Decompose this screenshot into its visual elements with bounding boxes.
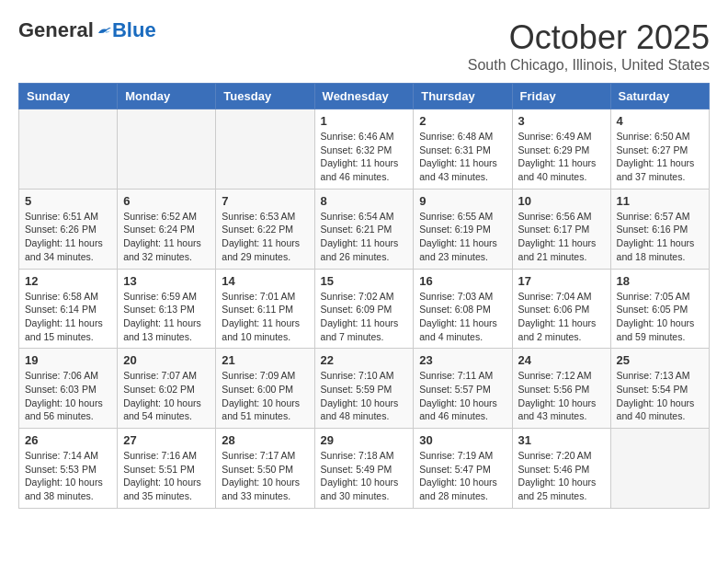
calendar-cell: 21Sunrise: 7:09 AM Sunset: 6:00 PM Dayli… (216, 349, 314, 429)
day-info: Sunrise: 7:02 AM Sunset: 6:09 PM Dayligh… (321, 290, 408, 344)
calendar-day-header: Thursday (414, 84, 512, 109)
day-number: 30 (419, 433, 506, 447)
day-number: 13 (123, 274, 210, 288)
calendar-cell (216, 109, 314, 190)
calendar-cell: 1Sunrise: 6:46 AM Sunset: 6:32 PM Daylig… (314, 109, 414, 190)
day-info: Sunrise: 7:06 AM Sunset: 6:03 PM Dayligh… (25, 369, 111, 423)
calendar-cell (610, 429, 709, 509)
day-number: 16 (419, 274, 506, 288)
calendar-day-header: Friday (512, 84, 610, 109)
calendar-cell: 24Sunrise: 7:12 AM Sunset: 5:56 PM Dayli… (512, 349, 610, 429)
day-number: 26 (25, 433, 111, 447)
day-info: Sunrise: 7:19 AM Sunset: 5:47 PM Dayligh… (419, 449, 506, 503)
day-info: Sunrise: 7:09 AM Sunset: 6:00 PM Dayligh… (222, 369, 308, 423)
calendar-cell: 25Sunrise: 7:13 AM Sunset: 5:54 PM Dayli… (610, 349, 709, 429)
calendar-week-row: 12Sunrise: 6:58 AM Sunset: 6:14 PM Dayli… (19, 269, 710, 349)
day-info: Sunrise: 7:13 AM Sunset: 5:54 PM Dayligh… (617, 369, 703, 423)
calendar-week-row: 1Sunrise: 6:46 AM Sunset: 6:32 PM Daylig… (19, 109, 710, 190)
calendar-cell: 6Sunrise: 6:52 AM Sunset: 6:24 PM Daylig… (118, 189, 216, 269)
day-info: Sunrise: 7:14 AM Sunset: 5:53 PM Dayligh… (25, 449, 111, 503)
day-number: 20 (123, 353, 210, 367)
calendar-cell: 16Sunrise: 7:03 AM Sunset: 6:08 PM Dayli… (414, 269, 512, 349)
day-info: Sunrise: 6:57 AM Sunset: 6:16 PM Dayligh… (617, 210, 703, 264)
calendar-cell: 10Sunrise: 6:56 AM Sunset: 6:17 PM Dayli… (512, 189, 610, 269)
calendar-cell: 4Sunrise: 6:50 AM Sunset: 6:27 PM Daylig… (610, 109, 709, 190)
title-block: October 2025 South Chicago, Illinois, Un… (468, 18, 710, 74)
day-info: Sunrise: 6:54 AM Sunset: 6:21 PM Dayligh… (321, 210, 408, 264)
calendar-cell: 11Sunrise: 6:57 AM Sunset: 6:16 PM Dayli… (610, 189, 709, 269)
calendar-day-header: Saturday (610, 84, 709, 109)
day-info: Sunrise: 7:04 AM Sunset: 6:06 PM Dayligh… (518, 290, 605, 344)
day-number: 10 (518, 194, 605, 208)
calendar-cell: 23Sunrise: 7:11 AM Sunset: 5:57 PM Dayli… (414, 349, 512, 429)
logo-bird-icon (96, 22, 112, 39)
calendar-cell: 2Sunrise: 6:48 AM Sunset: 6:31 PM Daylig… (414, 109, 512, 190)
calendar-cell: 28Sunrise: 7:17 AM Sunset: 5:50 PM Dayli… (216, 429, 314, 509)
logo: General Blue (18, 18, 156, 42)
day-number: 8 (321, 194, 408, 208)
day-info: Sunrise: 6:55 AM Sunset: 6:19 PM Dayligh… (419, 210, 506, 264)
day-number: 23 (419, 353, 506, 367)
day-number: 28 (222, 433, 308, 447)
day-number: 1 (321, 114, 408, 128)
day-number: 2 (419, 114, 506, 128)
day-number: 12 (25, 274, 111, 288)
calendar-cell: 18Sunrise: 7:05 AM Sunset: 6:05 PM Dayli… (610, 269, 709, 349)
calendar-cell: 3Sunrise: 6:49 AM Sunset: 6:29 PM Daylig… (512, 109, 610, 190)
calendar-cell: 14Sunrise: 7:01 AM Sunset: 6:11 PM Dayli… (216, 269, 314, 349)
calendar-cell: 15Sunrise: 7:02 AM Sunset: 6:09 PM Dayli… (314, 269, 414, 349)
day-info: Sunrise: 6:50 AM Sunset: 6:27 PM Dayligh… (617, 130, 703, 184)
day-info: Sunrise: 6:52 AM Sunset: 6:24 PM Dayligh… (123, 210, 210, 264)
day-info: Sunrise: 7:20 AM Sunset: 5:46 PM Dayligh… (518, 449, 605, 503)
day-number: 17 (518, 274, 605, 288)
logo-blue-text: Blue (112, 18, 156, 42)
day-number: 22 (321, 353, 408, 367)
calendar-cell (19, 109, 118, 190)
day-number: 7 (222, 194, 308, 208)
month-title: October 2025 (468, 18, 710, 57)
day-info: Sunrise: 6:56 AM Sunset: 6:17 PM Dayligh… (518, 210, 605, 264)
day-number: 25 (617, 353, 703, 367)
page-header: General Blue October 2025 South Chicago,… (18, 18, 710, 74)
day-info: Sunrise: 7:10 AM Sunset: 5:59 PM Dayligh… (321, 369, 408, 423)
calendar-day-header: Monday (118, 84, 216, 109)
calendar-cell: 9Sunrise: 6:55 AM Sunset: 6:19 PM Daylig… (414, 189, 512, 269)
day-number: 9 (419, 194, 506, 208)
calendar-header-row: SundayMondayTuesdayWednesdayThursdayFrid… (19, 84, 710, 109)
day-info: Sunrise: 6:58 AM Sunset: 6:14 PM Dayligh… (25, 290, 111, 344)
calendar-week-row: 5Sunrise: 6:51 AM Sunset: 6:26 PM Daylig… (19, 189, 710, 269)
calendar-cell: 7Sunrise: 6:53 AM Sunset: 6:22 PM Daylig… (216, 189, 314, 269)
day-info: Sunrise: 7:01 AM Sunset: 6:11 PM Dayligh… (222, 290, 308, 344)
calendar-cell: 29Sunrise: 7:18 AM Sunset: 5:49 PM Dayli… (314, 429, 414, 509)
day-number: 24 (518, 353, 605, 367)
calendar-cell: 31Sunrise: 7:20 AM Sunset: 5:46 PM Dayli… (512, 429, 610, 509)
day-number: 21 (222, 353, 308, 367)
day-number: 6 (123, 194, 210, 208)
day-info: Sunrise: 7:18 AM Sunset: 5:49 PM Dayligh… (321, 449, 408, 503)
day-info: Sunrise: 7:03 AM Sunset: 6:08 PM Dayligh… (419, 290, 506, 344)
calendar-cell: 17Sunrise: 7:04 AM Sunset: 6:06 PM Dayli… (512, 269, 610, 349)
calendar-day-header: Wednesday (314, 84, 414, 109)
location-subtitle: South Chicago, Illinois, United States (468, 57, 710, 74)
day-info: Sunrise: 6:46 AM Sunset: 6:32 PM Dayligh… (321, 130, 408, 184)
calendar-cell: 20Sunrise: 7:07 AM Sunset: 6:02 PM Dayli… (118, 349, 216, 429)
calendar-week-row: 26Sunrise: 7:14 AM Sunset: 5:53 PM Dayli… (19, 429, 710, 509)
calendar-cell (118, 109, 216, 190)
calendar-cell: 30Sunrise: 7:19 AM Sunset: 5:47 PM Dayli… (414, 429, 512, 509)
day-info: Sunrise: 6:51 AM Sunset: 6:26 PM Dayligh… (25, 210, 111, 264)
day-number: 19 (25, 353, 111, 367)
day-number: 29 (321, 433, 408, 447)
day-number: 3 (518, 114, 605, 128)
calendar-cell: 22Sunrise: 7:10 AM Sunset: 5:59 PM Dayli… (314, 349, 414, 429)
calendar-day-header: Tuesday (216, 84, 314, 109)
day-number: 27 (123, 433, 210, 447)
calendar-table: SundayMondayTuesdayWednesdayThursdayFrid… (18, 83, 710, 509)
day-number: 15 (321, 274, 408, 288)
calendar-cell: 5Sunrise: 6:51 AM Sunset: 6:26 PM Daylig… (19, 189, 118, 269)
day-number: 4 (617, 114, 703, 128)
day-number: 18 (617, 274, 703, 288)
day-info: Sunrise: 6:48 AM Sunset: 6:31 PM Dayligh… (419, 130, 506, 184)
day-info: Sunrise: 7:11 AM Sunset: 5:57 PM Dayligh… (419, 369, 506, 423)
calendar-cell: 8Sunrise: 6:54 AM Sunset: 6:21 PM Daylig… (314, 189, 414, 269)
calendar-cell: 26Sunrise: 7:14 AM Sunset: 5:53 PM Dayli… (19, 429, 118, 509)
